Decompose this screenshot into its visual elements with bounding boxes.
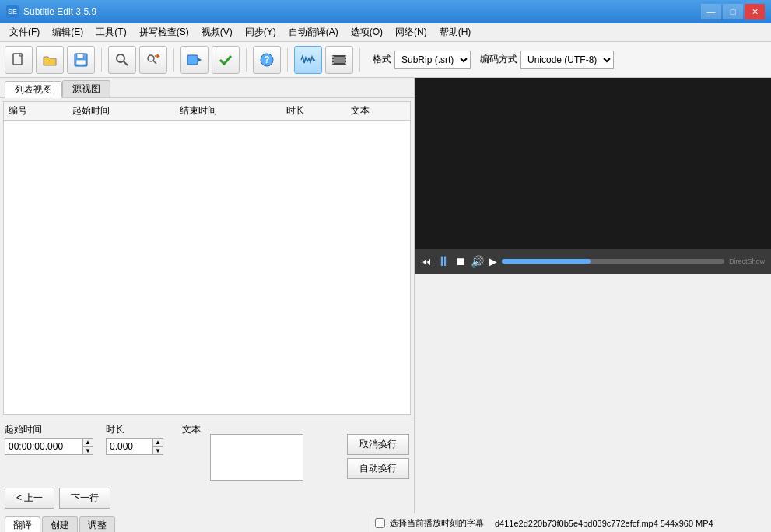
separator-3 [246,48,247,72]
menu-tools[interactable]: 工具(T) [89,24,132,41]
save-button[interactable] [67,46,95,74]
svg-point-4 [83,54,85,56]
play-pause-button[interactable]: ⏸ [436,254,450,270]
help-button[interactable]: ? [253,46,281,74]
open-button[interactable] [36,46,64,74]
window-controls: — □ ✕ [701,4,765,19]
menu-options[interactable]: 选项(O) [345,24,389,41]
menu-edit[interactable]: 编辑(E) [46,24,89,41]
waveform-button[interactable] [294,46,322,74]
video-controls: ⏮ ⏸ ⏹ 🔊 ▶ DirectShow [415,249,771,274]
duration-down[interactable]: ▼ [152,446,163,455]
subtitle-text-input[interactable] [210,434,303,481]
col-number: 编号 [4,102,68,121]
col-start-time: 起始时间 [68,102,174,121]
new-button[interactable] [5,46,33,74]
video-insert-button[interactable] [180,46,209,74]
duration-label: 时长 [106,423,163,436]
minimize-button[interactable]: — [701,4,721,19]
tab-source-view[interactable]: 源视图 [62,80,110,97]
format-label: 格式 [373,53,391,66]
volume-button[interactable]: 🔊 [471,255,484,268]
main-area: 列表视图 源视图 编号 起始时间 结束时间 时长 文本 [0,78,771,513]
svg-rect-14 [334,57,345,63]
close-button[interactable]: ✕ [745,4,765,19]
start-time-label: 起始时间 [5,423,93,436]
fullscreen-button[interactable]: ▶ [489,255,497,268]
next-line-button[interactable]: 下一行 [59,488,110,509]
video-progress-bar[interactable] [502,259,724,264]
tab-translate[interactable]: 翻译 [5,516,40,532]
select-current-subtitle-checkbox[interactable] [375,518,385,528]
duration-up[interactable]: ▲ [152,438,163,446]
menu-auto-translate[interactable]: 自动翻译(A) [282,24,345,41]
subtitle-table: 编号 起始时间 结束时间 时长 文本 [3,101,411,415]
col-end-time: 结束时间 [175,102,282,121]
text-label: 文本 [182,423,201,436]
cancel-wrap-button[interactable]: 取消换行 [347,434,409,455]
svg-point-5 [117,54,124,62]
svg-rect-15 [332,56,334,58]
start-time-up[interactable]: ▲ [82,438,93,446]
progress-fill [502,259,591,264]
menu-video[interactable]: 视频(V) [195,24,239,41]
edit-area: 起始时间 ▲ ▼ 时长 ▲ ▼ [0,418,414,513]
encoding-select[interactable]: Unicode (UTF-8) [520,51,614,69]
left-panel: 列表视图 源视图 编号 起始时间 结束时间 时长 文本 [0,78,415,513]
waveform-panel: 选择当前播放时刻的字幕 d411e2d220b73f0b5e4bd039c772… [370,513,771,532]
format-select[interactable]: SubRip (.srt) [394,51,471,69]
svg-rect-9 [187,55,198,65]
svg-rect-3 [76,60,86,65]
separator-5 [359,48,360,72]
svg-rect-17 [332,62,334,64]
svg-marker-10 [198,58,202,62]
menu-spell[interactable]: 拼写检查(S) [133,24,195,41]
auto-wrap-button[interactable]: 自动换行 [347,458,409,479]
tab-list-view[interactable]: 列表视图 [5,81,62,98]
directshow-label: DirectShow [729,257,765,265]
separator-2 [173,48,174,72]
start-time-input[interactable] [5,438,82,455]
menu-file[interactable]: 文件(F) [3,24,46,41]
title-bar: SE Subtitle Edit 3.5.9 — □ ✕ [0,0,771,23]
stop-button[interactable]: ⏹ [455,255,466,268]
find-button[interactable] [108,46,136,74]
tab-create[interactable]: 创建 [42,516,78,532]
nav-buttons: < 上一 下一行 [5,488,409,509]
svg-rect-16 [332,59,334,61]
replace-button[interactable] [139,46,167,74]
menu-bar: 文件(F) 编辑(E) 工具(T) 拼写检查(S) 视频(V) 同步(Y) 自动… [0,23,771,42]
filmstrip-button[interactable] [325,46,353,74]
toolbar: ? 格式 SubRip (.srt) 编码方式 Unicode (UTF-8) [0,42,771,78]
separator-1 [101,48,102,72]
prev-line-button[interactable]: < 上一 [5,488,54,509]
svg-text:?: ? [264,54,269,65]
video-area [415,78,771,249]
duration-input[interactable] [106,438,152,455]
duration-input-wrap: ▲ ▼ [106,438,163,455]
svg-rect-20 [345,62,346,64]
waveform-file-info: d411e2d220b73f0b5e4bd039c772efcf.mp4 544… [495,519,713,528]
svg-line-6 [124,61,128,65]
separator-4 [287,48,288,72]
bottom-section: 翻译 创建 调整 自动重复 ✓ 自动重复于 [0,513,771,532]
menu-sync[interactable]: 同步(Y) [239,24,282,41]
trans-tab-bar: 翻译 创建 调整 [0,513,370,532]
svg-rect-19 [345,59,346,61]
tab-adjust[interactable]: 调整 [79,516,115,532]
col-text: 文本 [346,102,410,121]
start-time-down[interactable]: ▼ [82,446,93,455]
col-duration: 时长 [282,102,345,121]
start-time-input-wrap: ▲ ▼ [5,438,93,455]
encoding-label: 编码方式 [480,53,517,66]
menu-help[interactable]: 帮助(H) [433,24,478,41]
waveform-header: 选择当前播放时刻的字幕 d411e2d220b73f0b5e4bd039c772… [370,513,771,532]
maximize-button[interactable]: □ [723,4,743,19]
menu-network[interactable]: 网络(N) [389,24,433,41]
rewind-button[interactable]: ⏮ [421,255,432,268]
svg-rect-18 [345,56,346,58]
svg-line-8 [153,61,156,64]
check-button[interactable] [212,46,240,74]
app-title: Subtitle Edit 3.5.9 [23,6,701,17]
view-tab-bar: 列表视图 源视图 [0,78,414,98]
